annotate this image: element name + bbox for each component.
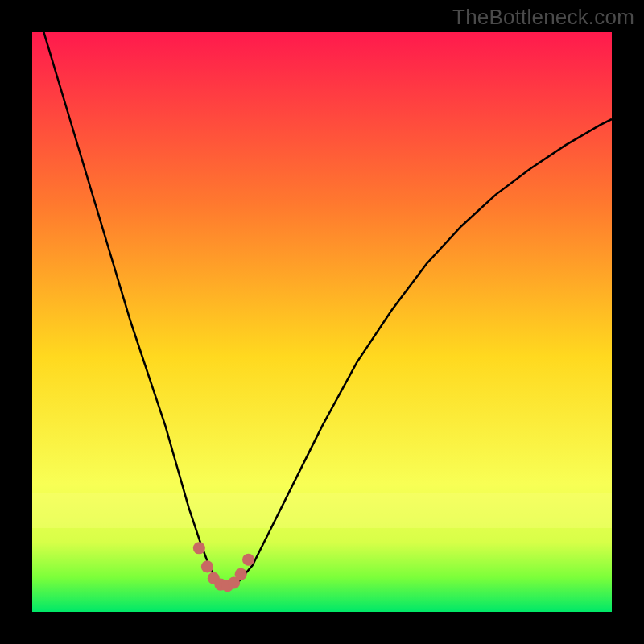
highlight-dot [201,560,213,572]
watermark-text: TheBottleneck.com [452,5,634,30]
highlight-dot [242,554,254,566]
highlight-dot [235,568,247,580]
plot-area [32,32,612,612]
highlight-dot [193,542,205,554]
curve-layer [32,32,612,612]
highlight-markers [193,542,254,592]
bottleneck-curve-path [43,32,612,588]
chart-frame: TheBottleneck.com [0,0,644,644]
